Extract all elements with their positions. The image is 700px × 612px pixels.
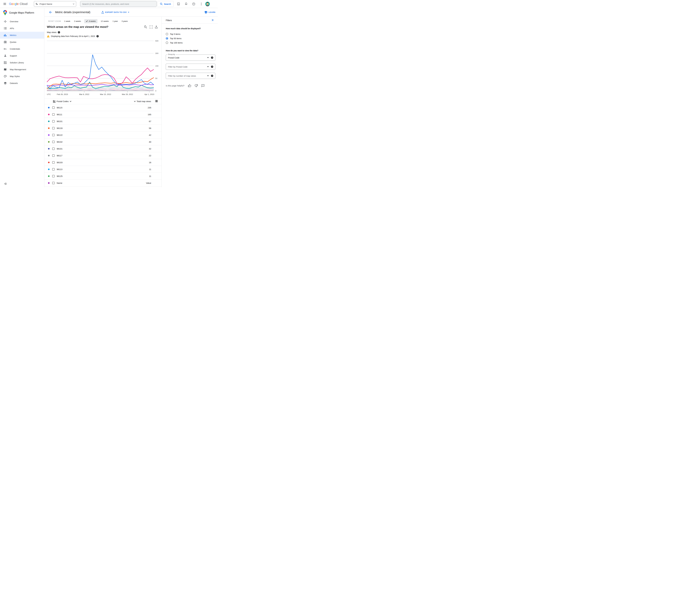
y-axis-label: 150 [155, 65, 159, 67]
table-row[interactable]: 98115 235 [44, 104, 162, 111]
upload-chart-icon[interactable] [155, 26, 158, 29]
collapse-sidebar-icon[interactable] [4, 183, 6, 185]
row-checkbox[interactable] [52, 134, 55, 136]
group-by-dropdown[interactable]: Group by Postal Code ? [166, 55, 215, 61]
radio-top-100-items[interactable]: Top 100 items [166, 41, 215, 45]
export-csv-button[interactable]: EXPORT DATA TO CSV [102, 11, 129, 14]
table-row[interactable]: 98111 165 [44, 111, 162, 118]
x-axis-label: Mar 8, 2022 [79, 93, 89, 95]
time-range-4-weeks[interactable]: 4 weeks [84, 19, 97, 23]
sidebar-item-map-management[interactable]: Map Management [0, 66, 44, 73]
reset-zoom-button[interactable]: RESET ZOOM [48, 20, 61, 22]
project-name: Project Name [40, 3, 71, 5]
avatar[interactable] [205, 2, 210, 6]
table-row[interactable]: 98117 22 [44, 152, 162, 159]
sidebar-item-quotas[interactable]: Quotas [0, 39, 44, 45]
filter-postal-dropdown[interactable]: Filter by Postal Code ? [166, 64, 215, 70]
x-axis-label: Mar 15, 2022 [100, 93, 111, 95]
sidebar-item-map-styles[interactable]: Map Styles [0, 73, 44, 80]
series-line-98115 [47, 55, 153, 88]
project-selector[interactable]: Project Name [34, 1, 76, 7]
helpful-label: Is this page helpful? [166, 84, 184, 87]
filter-postal-help-icon[interactable]: ? [211, 66, 213, 68]
sidebar-item-solution-library[interactable]: Solution Library [0, 59, 44, 66]
warning-help-icon[interactable]: ? [96, 35, 99, 37]
time-range-1-year[interactable]: 1 year [112, 19, 118, 23]
row-checkbox[interactable] [52, 113, 55, 116]
fullscreen-icon[interactable] [150, 26, 152, 29]
row-value: 235 [148, 107, 151, 109]
table-row[interactable]: 98125 11 [44, 173, 162, 180]
chart-title-row: Which areas on the map are viewed the mo… [47, 25, 162, 29]
zoom-selection-icon[interactable] [144, 26, 147, 29]
collapse-filters-icon[interactable] [211, 19, 213, 22]
table-row[interactable]: 98113 11 [44, 166, 162, 173]
row-checkbox[interactable] [52, 120, 55, 123]
sidebar-item-apis[interactable]: APIs [0, 25, 44, 32]
cloud-shell-icon[interactable] [176, 1, 181, 6]
row-checkbox[interactable] [52, 168, 55, 170]
row-checkbox[interactable] [52, 127, 55, 129]
table-body: 98115 235 98111 165 98101 67 98133 56 98… [44, 104, 162, 186]
row-checkbox[interactable] [52, 182, 55, 184]
radio-top-50-items[interactable]: Top 50 items [166, 36, 215, 41]
table-row[interactable]: 98122 42 [44, 131, 162, 138]
feedback-icon[interactable] [201, 84, 204, 87]
row-checkbox[interactable] [52, 175, 55, 177]
row-checkbox[interactable] [52, 107, 55, 109]
search-button[interactable]: Search [157, 1, 174, 7]
notifications-icon[interactable] [184, 1, 189, 6]
group-by-column-header[interactable]: Postal Codes [53, 100, 71, 103]
row-checkbox[interactable] [52, 141, 55, 143]
radio-top-5-items[interactable]: Top 5 items [166, 32, 215, 36]
line-chart[interactable]: 050150300500UTCFeb 26, 2023Mar 8, 2022Ma… [47, 38, 160, 96]
sort-column-header[interactable]: Total map views [134, 100, 151, 102]
sidebar-item-support[interactable]: Support [0, 52, 44, 59]
metric-help-icon[interactable]: ? [58, 31, 60, 33]
menu-icon[interactable] [2, 1, 8, 7]
time-range-1-week[interactable]: 1 week [64, 19, 71, 23]
google-cloud-logo[interactable]: Google Cloud [9, 2, 27, 6]
thumb-up-icon[interactable] [188, 84, 191, 87]
table-row[interactable]: Name Value [44, 180, 162, 186]
sidebar-item-metrics[interactable]: Metrics [0, 32, 44, 39]
series-color-dot [48, 127, 50, 129]
caret-down-icon [128, 12, 129, 13]
warning-row: Displaying data from February 26 to Apri… [47, 35, 162, 37]
series-color-dot [48, 114, 50, 115]
group-by-help-icon[interactable]: ? [211, 56, 213, 59]
row-label: 98125 [57, 175, 63, 177]
thumb-down-icon[interactable] [195, 84, 198, 87]
table-row[interactable]: 98101 67 [44, 118, 162, 125]
filter-views-placeholder: Filter by number of map views [168, 75, 207, 77]
google-maps-platform-logo [3, 10, 7, 15]
sidebar-item-datasets[interactable]: Datasets [0, 80, 44, 86]
radio-icon [166, 42, 168, 44]
time-range-2-weeks[interactable]: 2 weeks [73, 19, 81, 23]
row-checkbox[interactable] [52, 154, 55, 157]
sidebar-item-credentials[interactable]: Credentials [0, 45, 44, 52]
row-checkbox[interactable] [52, 148, 55, 150]
svg-text:?: ? [193, 3, 194, 5]
radio-label: Top 5 items [170, 33, 180, 35]
help-icon[interactable]: ? [191, 1, 196, 6]
time-range-12-weeks[interactable]: 12 weeks [100, 19, 109, 23]
table-row[interactable]: 98133 56 [44, 125, 162, 131]
more-vert-icon[interactable] [199, 1, 204, 6]
table-row[interactable]: 98102 40 [44, 138, 162, 145]
row-checkbox[interactable] [52, 161, 55, 164]
back-arrow-icon[interactable] [48, 10, 53, 15]
columns-icon[interactable] [156, 100, 158, 103]
table-row[interactable]: 98103 16 [44, 159, 162, 166]
product-title: Google Maps Platform [9, 11, 34, 14]
sidebar-item-overview[interactable]: Overview [0, 18, 44, 25]
filter-views-dropdown[interactable]: Filter by number of map views ? [166, 73, 215, 79]
series-line-98122 [47, 84, 153, 86]
learn-button[interactable]: LEARN [204, 11, 215, 14]
y-axis-label: 300 [155, 52, 159, 54]
table-row[interactable]: 98101 32 [44, 145, 162, 152]
time-range-3-years[interactable]: 3 years [121, 19, 128, 23]
search-input[interactable] [82, 3, 154, 5]
filter-views-help-icon[interactable]: ? [211, 75, 213, 77]
learn-label: LEARN [208, 11, 215, 13]
